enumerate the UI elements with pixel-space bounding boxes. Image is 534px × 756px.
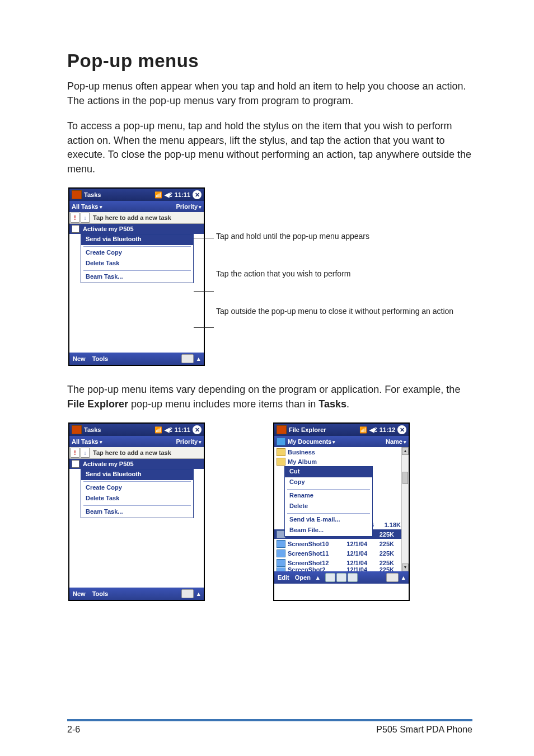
up-arrow-icon[interactable]: ▴ (197, 355, 200, 363)
list-item[interactable]: Business (274, 447, 409, 457)
scroll-up-icon[interactable]: ▴ (402, 447, 409, 455)
softkey-tools[interactable]: Tools (92, 355, 109, 362)
keyboard-icon[interactable] (181, 589, 194, 598)
file-explorer-screenshot: File Explorer 📶 ◀€ 11:12 ✕ My Documents … (273, 422, 410, 601)
sort-column-icon[interactable]: ↓ (81, 213, 90, 223)
caption-2: Tap the action that you wish to perform (216, 269, 453, 279)
popup-item-create-copy[interactable]: Create Copy (81, 248, 193, 259)
location-dropdown[interactable]: My Documents (288, 438, 335, 445)
softkey-new[interactable]: New (73, 355, 86, 362)
clock-text: 11:12 (380, 426, 395, 433)
image-file-icon (277, 540, 285, 548)
popup-item-create-copy[interactable]: Create Copy (81, 483, 193, 494)
softkey-open[interactable]: Open (295, 574, 311, 581)
popup-item-delete[interactable]: Delete (285, 501, 372, 512)
list-item[interactable]: ScreenShot2 12/1/04 225K (274, 567, 402, 571)
caption-1: Tap and hold until the pop-up menu appea… (216, 231, 453, 242)
priority-column-icon[interactable]: ! (71, 213, 79, 223)
scrollbar[interactable]: ▴ ▾ (401, 447, 409, 571)
signal-icon: 📶 (359, 426, 367, 434)
start-flag-icon[interactable] (72, 425, 82, 434)
close-icon[interactable]: ✕ (193, 425, 202, 434)
sort-dropdown[interactable]: Name (386, 438, 406, 445)
image-file-icon (277, 550, 285, 557)
image-file-icon (277, 567, 285, 571)
task-checkbox[interactable] (72, 225, 79, 233)
softkey-tools[interactable]: Tools (92, 590, 109, 597)
close-icon[interactable]: ✕ (397, 425, 406, 434)
popup-item-copy[interactable]: Copy (285, 477, 372, 488)
tasks-screenshot-1: Tasks 📶 ◀€ 11:11 ✕ All Tasks Priority ! … (68, 187, 205, 366)
file-list: Business My Album Cut Copy Rename Delete… (274, 447, 409, 571)
app-title: Tasks (84, 191, 101, 198)
up-arrow-icon[interactable]: ▴ (316, 574, 320, 581)
list-item[interactable]: My Album (274, 457, 409, 466)
popup-item-beam-task[interactable]: Beam Task... (81, 507, 193, 518)
speaker-icon: ◀€ (165, 426, 172, 434)
toolbar-icon[interactable] (336, 573, 346, 582)
task-checkbox[interactable] (72, 460, 79, 468)
paragraph-2: To access a pop-up menu, tap and hold th… (67, 119, 472, 176)
softkey-new[interactable]: New (73, 590, 86, 597)
signal-icon: 📶 (154, 426, 162, 434)
page-number: 2-6 (67, 725, 80, 735)
popup-item-beam-task[interactable]: Beam Task... (81, 272, 193, 283)
start-flag-icon[interactable] (72, 190, 82, 199)
speaker-icon: ◀€ (369, 426, 377, 434)
scroll-thumb[interactable] (402, 472, 408, 484)
sort-dropdown[interactable]: Priority (176, 203, 202, 210)
task-row-label[interactable]: Activate my P505 (83, 461, 134, 467)
list-item[interactable]: ScreenShot11 12/1/04 225K (274, 548, 402, 558)
list-item[interactable]: ScreenShot12 12/1/04 225K (274, 558, 402, 567)
clock-text: 11:11 (175, 191, 190, 198)
popup-menu: Send via Bluetooth Create Copy Delete Ta… (81, 469, 194, 518)
speaker-icon: ◀€ (165, 191, 172, 199)
popup-menu: Send via Bluetooth Create Copy Delete Ta… (81, 234, 194, 283)
keyboard-icon[interactable] (181, 354, 194, 363)
signal-icon: 📶 (154, 191, 162, 199)
paragraph-1: Pop-up menus often appear when you tap a… (67, 79, 472, 108)
sort-column-icon[interactable]: ↓ (81, 448, 90, 458)
filter-dropdown[interactable]: All Tasks (72, 203, 102, 210)
list-item[interactable]: ScreenShot10 12/1/04 225K (274, 539, 402, 548)
scroll-down-icon[interactable]: ▾ (402, 564, 409, 571)
popup-item-cut[interactable]: Cut (285, 467, 372, 477)
tasks-screenshot-2: Tasks 📶 ◀€ 11:11 ✕ All Tasks Priority ! … (68, 422, 205, 601)
filter-dropdown[interactable]: All Tasks (72, 438, 102, 445)
toolbar-icon[interactable] (348, 573, 358, 582)
start-flag-icon[interactable] (277, 425, 287, 434)
popup-item-send-bluetooth[interactable]: Send via Bluetooth (81, 469, 193, 480)
product-name: P505 Smart PDA Phone (376, 725, 472, 735)
task-row-label[interactable]: Activate my P505 (83, 226, 134, 232)
add-task-hint[interactable]: Tap here to add a new task (93, 449, 171, 456)
folder-icon (277, 438, 285, 445)
up-arrow-icon[interactable]: ▴ (402, 574, 405, 581)
app-title: Tasks (84, 426, 101, 433)
keyboard-icon[interactable] (386, 573, 399, 582)
add-task-hint[interactable]: Tap here to add a new task (93, 214, 171, 221)
app-title: File Explorer (289, 426, 326, 433)
caption-3: Tap outside the pop-up menu to close it … (216, 306, 453, 317)
softkey-edit[interactable]: Edit (278, 574, 289, 581)
page-footer: 2-6 P505 Smart PDA Phone (67, 719, 472, 735)
popup-item-delete-task[interactable]: Delete Task (81, 259, 193, 269)
sort-dropdown[interactable]: Priority (176, 438, 202, 445)
folder-icon (277, 448, 285, 456)
popup-item-send-bluetooth[interactable]: Send via Bluetooth (81, 234, 193, 245)
priority-column-icon[interactable]: ! (71, 448, 79, 458)
folder-icon (277, 458, 285, 466)
image-file-icon (277, 559, 285, 567)
close-icon[interactable]: ✕ (193, 190, 202, 199)
popup-item-send-email[interactable]: Send via E-mail... (285, 515, 372, 525)
clock-text: 11:11 (175, 426, 190, 433)
toolbar-icon[interactable] (325, 573, 335, 582)
up-arrow-icon[interactable]: ▴ (197, 590, 200, 598)
popup-item-rename[interactable]: Rename (285, 491, 372, 501)
paragraph-3: The pop-up menu items vary depending on … (67, 383, 472, 411)
popup-item-beam-file[interactable]: Beam File... (285, 525, 372, 536)
page-title: Pop-up menus (67, 50, 472, 72)
popup-item-delete-task[interactable]: Delete Task (81, 494, 193, 504)
popup-menu: Cut Copy Rename Delete Send via E-mail..… (284, 466, 373, 537)
